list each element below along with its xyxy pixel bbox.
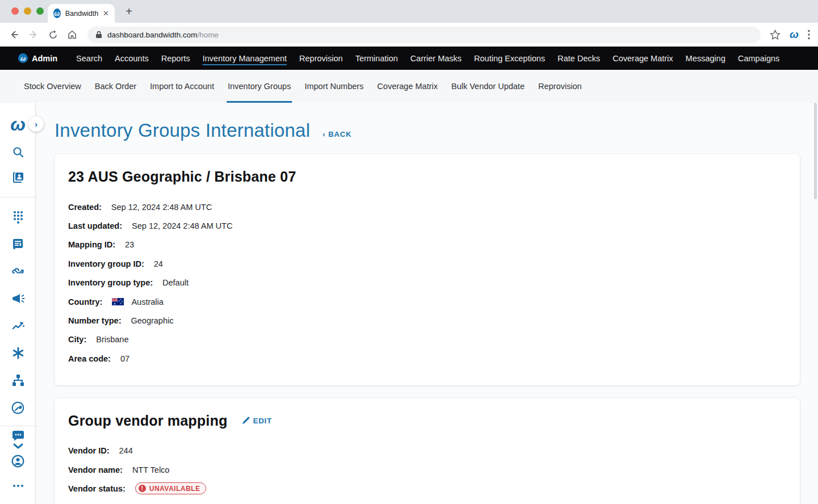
nav-item-reprovision[interactable]: Reprovision — [293, 48, 349, 69]
macos-traffic-lights — [11, 7, 44, 15]
nav-item-carrier-masks[interactable]: Carrier Masks — [404, 48, 468, 69]
field-value: NTT Telco — [132, 465, 170, 474]
nav-item-search[interactable]: Search — [70, 48, 108, 69]
field-inventory-group-id: Inventory group ID: 24 — [68, 254, 786, 273]
field-value: 244 — [119, 446, 133, 455]
nav-item-coverage-matrix[interactable]: Coverage Matrix — [606, 48, 679, 69]
chat-icon[interactable] — [0, 430, 36, 442]
nav-item-reports[interactable]: Reports — [155, 48, 197, 69]
page-scrollbar[interactable] — [814, 103, 817, 199]
edit-label: EDIT — [253, 417, 272, 425]
field-value: Default — [162, 278, 189, 287]
new-tab-button[interactable]: + — [123, 6, 135, 18]
alert-circle-icon: ! — [139, 485, 146, 492]
sidebar-expand-button[interactable]: › — [28, 116, 44, 132]
australia-flag-icon — [112, 298, 124, 305]
nav-item-accounts[interactable]: Accounts — [108, 48, 155, 69]
browser-menu-icon[interactable] — [808, 30, 810, 40]
vendor-card-title: Group vendor mapping — [68, 413, 227, 429]
field-vendor-name: Vendor name: NTT Telco — [68, 460, 786, 479]
subnav-inventory-groups[interactable]: Inventory Groups — [221, 70, 298, 103]
field-label: Inventory group ID: — [68, 259, 144, 268]
field-city: City: Brisbane — [68, 330, 786, 349]
inventory-sub-nav: Stock Overview Back Order Import to Acco… — [0, 70, 818, 103]
bandwidth-extension-icon[interactable]: ω — [788, 29, 800, 40]
insights-icon[interactable] — [0, 320, 36, 332]
field-label: Inventory group type: — [68, 278, 153, 287]
subnav-import-to-account[interactable]: Import to Account — [143, 70, 221, 103]
edit-link[interactable]: EDIT — [242, 417, 272, 425]
subnav-bulk-vendor-update[interactable]: Bulk Vendor Update — [444, 70, 531, 103]
admin-nav-bar: ω Admin Search Accounts Reports Inventor… — [0, 47, 818, 70]
field-portability: Portability: Portable — [68, 498, 786, 504]
nav-item-rate-decks[interactable]: Rate Decks — [552, 48, 607, 69]
nav-item-inventory-management[interactable]: Inventory Management — [197, 48, 293, 69]
field-value: Geographic — [131, 316, 173, 325]
subnav-reprovision[interactable]: Reprovision — [531, 70, 589, 103]
field-inventory-group-type: Inventory group type: Default — [68, 274, 786, 292]
browser-tab[interactable]: ω Bandwidth ✕ — [48, 4, 115, 23]
field-label: City: — [68, 335, 86, 344]
subnav-coverage-matrix[interactable]: Coverage Matrix — [370, 70, 444, 103]
app-body: › ω — [0, 103, 818, 504]
pencil-icon — [242, 417, 250, 425]
nav-item-messaging[interactable]: Messaging — [679, 48, 732, 69]
back-chevron-icon: ‹ — [323, 130, 325, 138]
profile-icon[interactable] — [0, 455, 36, 468]
field-value: 24 — [154, 259, 163, 268]
bookmark-star-icon[interactable] — [770, 30, 781, 40]
status-badge-label: UNAVAILABLE — [149, 485, 201, 493]
field-label: Created: — [68, 203, 102, 212]
wrench-icon[interactable] — [0, 401, 36, 414]
address-bar[interactable]: dashboard.bandwidth.com/home — [87, 27, 761, 43]
minimize-window-button[interactable] — [24, 7, 31, 15]
forward-icon[interactable] — [25, 26, 42, 43]
admin-nav-menu: Search Accounts Reports Inventory Manage… — [70, 48, 786, 69]
chevron-down-icon[interactable] — [0, 443, 36, 449]
more-icon[interactable] — [0, 484, 36, 488]
back-label: BACK — [328, 130, 352, 138]
browser-toolbar: dashboard.bandwidth.com/home ω — [0, 23, 818, 47]
field-area-code: Area code: 07 — [68, 349, 786, 368]
page-title: Inventory Groups International — [55, 120, 310, 141]
field-country: Country: Australia — [68, 292, 786, 311]
status-badge: ! UNAVAILABLE — [135, 482, 207, 494]
lock-icon — [95, 31, 102, 39]
asterisk-icon[interactable] — [0, 347, 36, 359]
field-label: Area code: — [68, 354, 111, 363]
news-icon[interactable] — [0, 238, 36, 250]
contact-book-icon[interactable] — [0, 171, 36, 183]
dialpad-icon[interactable] — [0, 211, 36, 224]
subnav-import-numbers[interactable]: Import Numbers — [298, 70, 370, 103]
nav-item-routing-exceptions[interactable]: Routing Exceptions — [468, 48, 552, 69]
megaphone-icon[interactable] — [0, 292, 36, 305]
main-content: Inventory Groups International ‹BACK 23 … — [36, 103, 818, 504]
field-label: Mapping ID: — [68, 240, 115, 249]
field-mapping-id: Mapping ID: 23 — [68, 236, 786, 254]
zoom-window-button[interactable] — [36, 7, 44, 15]
url-text: dashboard.bandwidth.com/home — [107, 30, 219, 40]
url-path: /home — [197, 31, 219, 39]
reload-icon[interactable] — [44, 26, 61, 43]
nav-item-campaigns[interactable]: Campaigns — [732, 48, 786, 69]
group-card-title: 23 AUS Geographic / Brisbane 07 — [68, 169, 296, 185]
field-value: Australia — [131, 297, 163, 306]
search-icon[interactable] — [0, 146, 36, 158]
url-host: dashboard.bandwidth.com — [107, 31, 197, 39]
back-link[interactable]: ‹BACK — [323, 130, 352, 138]
close-window-button[interactable] — [11, 7, 19, 15]
subnav-stock-overview[interactable]: Stock Overview — [17, 70, 88, 103]
sitemap-icon[interactable] — [0, 374, 36, 387]
home-icon[interactable] — [64, 26, 81, 43]
field-created: Created: Sep 12, 2024 2:48 AM UTC — [68, 198, 786, 216]
nav-item-termination[interactable]: Termination — [349, 48, 404, 69]
subnav-back-order[interactable]: Back Order — [88, 70, 143, 103]
left-sidebar: › ω — [0, 103, 36, 504]
field-value: Brisbane — [96, 335, 128, 344]
field-value: Sep 12, 2024 2:48 AM UTC — [111, 203, 212, 212]
field-label: Last updated: — [68, 221, 122, 230]
close-tab-icon[interactable]: ✕ — [103, 9, 109, 18]
admin-brand: ω Admin — [18, 53, 57, 63]
back-icon[interactable] — [6, 26, 23, 43]
flow-icon[interactable] — [0, 265, 36, 278]
